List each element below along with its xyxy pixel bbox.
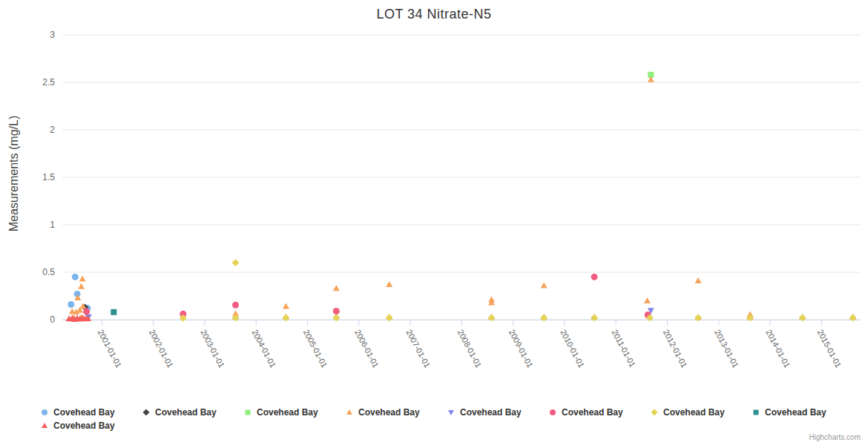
y-axis-label: 3 [50, 30, 55, 40]
x-axis-label: 2003-01-01 [199, 328, 226, 369]
data-point[interactable] [386, 281, 392, 287]
legend-marker-circle-icon [548, 408, 557, 417]
legend-marker-diamond-icon [142, 408, 151, 417]
data-point[interactable] [333, 285, 340, 291]
x-axis-label: 2011-01-01 [610, 328, 637, 369]
data-point[interactable] [68, 301, 74, 308]
x-axis-label: 2010-01-01 [559, 328, 586, 369]
data-point[interactable] [695, 277, 702, 283]
legend-item-label: Covehead Bay [663, 407, 725, 418]
data-point[interactable] [78, 283, 85, 289]
data-point[interactable] [111, 309, 116, 315]
legend-item[interactable]: Covehead Bay [752, 406, 853, 418]
data-point[interactable] [72, 274, 79, 280]
y-axis-label: 0 [50, 314, 55, 325]
legend-marker-triangle-down-icon [447, 408, 456, 417]
data-point[interactable] [283, 303, 289, 309]
credits-link[interactable]: Highcharts.com [809, 433, 861, 441]
legend: Covehead BayCovehead BayCovehead BayCove… [40, 406, 859, 432]
legend-marker-triangle-icon [40, 421, 49, 430]
x-axis-label: 2015-01-01 [816, 328, 844, 369]
data-point[interactable] [83, 309, 90, 315]
y-axis-label: 1.5 [42, 172, 55, 182]
legend-item[interactable]: Covehead Bay [650, 406, 752, 418]
x-axis-label: 2001-01-01 [96, 328, 124, 369]
legend-item[interactable]: Covehead Bay [447, 406, 548, 418]
legend-marker-diamond-icon [650, 408, 659, 417]
x-axis-label: 2012-01-01 [662, 328, 689, 369]
chart-container: LOT 34 Nitrate-N5 Measurements (mg/L) 00… [0, 0, 868, 445]
y-axis-label: 2 [50, 125, 55, 135]
x-axis-label: 2006-01-01 [353, 328, 381, 369]
x-axis-label: 2005-01-01 [302, 328, 329, 369]
data-point[interactable] [591, 274, 598, 280]
legend-marker-square-icon [243, 408, 252, 417]
data-point[interactable] [232, 259, 240, 266]
legend-item[interactable]: Covehead Bay [40, 419, 142, 432]
plot-area: Measurements (mg/L) 00.511.522.532001-01… [0, 0, 868, 404]
legend-item[interactable]: Covehead Bay [142, 406, 243, 418]
x-axis-label: 2013-01-01 [713, 328, 740, 369]
data-point[interactable] [333, 308, 340, 314]
y-axis-title: Measurements (mg/L) [7, 116, 20, 232]
x-axis-label: 2014-01-01 [764, 328, 792, 369]
data-point[interactable] [79, 276, 86, 282]
legend-item-label: Covehead Bay [155, 407, 217, 418]
legend-item[interactable]: Covehead Bay [40, 406, 142, 418]
x-axis-label: 2008-01-01 [456, 328, 484, 369]
legend-marker-circle-icon [40, 408, 49, 417]
legend-item-label: Covehead Bay [53, 421, 115, 431]
y-axis-label: 1 [50, 220, 55, 230]
data-point[interactable] [541, 282, 548, 288]
legend-marker-square-icon [752, 408, 760, 417]
legend-marker-triangle-icon [345, 408, 354, 417]
y-axis-label: 2.5 [42, 77, 55, 88]
legend-item[interactable]: Covehead Bay [243, 406, 345, 418]
legend-item-label: Covehead Bay [358, 407, 420, 418]
y-axis-label: 0.5 [42, 267, 55, 277]
legend-item-label: Covehead Bay [765, 407, 826, 418]
legend-item-label: Covehead Bay [460, 407, 522, 418]
legend-item-label: Covehead Bay [53, 407, 115, 418]
x-axis-label: 2002-01-01 [148, 328, 175, 369]
x-axis-label: 2009-01-01 [507, 328, 535, 369]
legend-item[interactable]: Covehead Bay [345, 406, 447, 418]
legend-item-label: Covehead Bay [257, 407, 318, 418]
x-axis-label: 2007-01-01 [404, 328, 432, 369]
x-axis-label: 2004-01-01 [250, 328, 277, 369]
legend-item-label: Covehead Bay [562, 407, 623, 418]
legend-item[interactable]: Covehead Bay [548, 406, 650, 418]
data-point[interactable] [644, 297, 651, 303]
data-point[interactable] [232, 302, 239, 309]
